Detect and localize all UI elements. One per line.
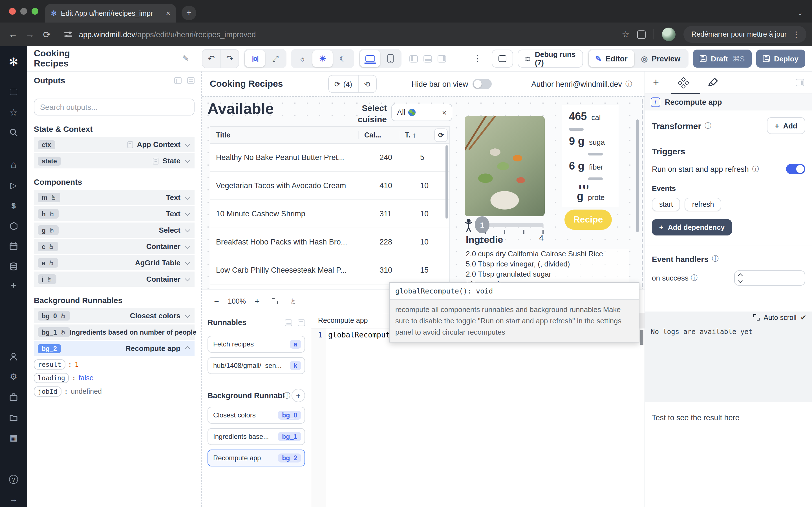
maximize-window-button[interactable]: [32, 8, 38, 15]
info-icon[interactable]: ⓘ: [705, 121, 711, 130]
redo-button[interactable]: ↷: [220, 50, 239, 68]
variables-icon[interactable]: $: [0, 197, 27, 214]
chevron-up-icon[interactable]: [185, 346, 190, 352]
dark-theme-icon[interactable]: ☾: [333, 50, 353, 67]
output-row-component[interactable]: c☞ Container: [34, 239, 195, 254]
profile-avatar[interactable]: [662, 27, 675, 41]
chevron-down-icon[interactable]: [185, 260, 190, 265]
search-icon[interactable]: [0, 124, 27, 141]
runnable-item[interactable]: hub/1408/gmail/_sen...k: [207, 357, 305, 374]
home-icon[interactable]: ⌂: [0, 157, 27, 173]
full-width-button[interactable]: ⤢: [265, 50, 286, 67]
info-icon[interactable]: ⓘ: [625, 79, 632, 89]
clear-select-icon[interactable]: ×: [442, 108, 447, 117]
extensions-icon[interactable]: [637, 30, 646, 39]
reload-button[interactable]: ⟳: [38, 29, 55, 40]
auto-theme-icon[interactable]: ☼: [292, 50, 313, 67]
tab-preview[interactable]: ◎Preview: [635, 50, 688, 67]
undo-button[interactable]: ↶: [202, 50, 220, 68]
slider-handle[interactable]: 1: [475, 216, 490, 233]
pan-tool-button[interactable]: ☞: [285, 293, 301, 309]
address-bar[interactable]: app.windmill.dev/apps/edit/u/henri/recip…: [79, 30, 256, 39]
editor-scrollbar[interactable]: [640, 330, 644, 345]
output-row-component[interactable]: m☞ Text: [34, 190, 195, 205]
output-row-ctx[interactable]: ctx App Context: [34, 137, 195, 152]
chevron-down-icon[interactable]: [185, 210, 190, 216]
output-row-state[interactable]: state State: [34, 153, 195, 168]
settings-tab-active[interactable]: [678, 71, 688, 94]
add-transformer-button[interactable]: +Add: [767, 117, 805, 134]
debug-runs-button[interactable]: Debug runs (7): [518, 50, 583, 68]
search-outputs-input[interactable]: Search outputs...: [34, 99, 195, 115]
browser-menu-icon[interactable]: ⋮: [792, 30, 801, 39]
chrome-update-button[interactable]: Redémarrer pour mettre à jour ⋮: [683, 26, 806, 43]
output-row-bg[interactable]: bg_1☞ Ingredients based on number of peo…: [34, 325, 195, 340]
doc-icon[interactable]: [187, 77, 195, 84]
resize-gutter[interactable]: [642, 99, 643, 287]
canvas-scrollbar[interactable]: [636, 119, 639, 232]
table-scrollbar[interactable]: [446, 145, 448, 219]
table-row[interactable]: Healthy No Bake Peanut Butter Pret...240…: [210, 144, 449, 172]
runs-icon[interactable]: ▷: [0, 177, 27, 194]
history-button[interactable]: ⟲: [358, 75, 376, 93]
tab-editor[interactable]: ✎Editor: [589, 50, 635, 67]
output-row-bg-selected[interactable]: bg_2 Recompute app: [34, 341, 195, 356]
expand-logs-icon[interactable]: [753, 314, 760, 321]
info-icon[interactable]: ⓘ: [712, 254, 719, 264]
zoom-out-button[interactable]: −: [209, 293, 224, 309]
insert-component-tab[interactable]: +: [653, 71, 659, 94]
centered-layout-button[interactable]: |o|: [245, 50, 265, 67]
table-row[interactable]: 10 Minute Cashew Shrimp31110: [210, 200, 449, 228]
output-row-component[interactable]: a☞ AgGrid Table: [34, 255, 195, 270]
browser-tab[interactable]: ✻ Edit App u/henri/recipes_impr ×: [45, 4, 176, 22]
folders-icon[interactable]: [0, 409, 27, 426]
mobile-view-icon[interactable]: [380, 50, 401, 67]
collapse-right-panel-icon[interactable]: [796, 79, 804, 86]
recipes-table[interactable]: Title Cal... T.↑ ⟳ Healthy No Bake Peanu…: [210, 126, 450, 289]
bg-runnable-item-selected[interactable]: Recompute appbg_2: [207, 450, 305, 466]
toggle-right-panel-icon[interactable]: [438, 55, 446, 62]
output-row-component[interactable]: i☞ Container: [34, 272, 195, 287]
favorites-star-icon[interactable]: ☆: [0, 104, 27, 121]
event-chip-refresh[interactable]: refresh: [685, 198, 721, 211]
event-chip-start[interactable]: start: [652, 198, 680, 211]
on-success-select[interactable]: [734, 270, 805, 286]
docs-icon[interactable]: [0, 83, 27, 100]
bg-runnable-item[interactable]: Ingredients base...bg_1: [207, 428, 305, 445]
auto-scroll-check-icon[interactable]: ✔: [801, 313, 806, 322]
collapse-panel-icon[interactable]: [174, 77, 182, 84]
available-text-component[interactable]: Available: [207, 100, 274, 118]
info-icon[interactable]: ⓘ: [691, 273, 698, 283]
workers-icon[interactable]: [0, 258, 27, 275]
new-tab-button[interactable]: +: [182, 6, 196, 20]
chevron-down-icon[interactable]: [185, 243, 190, 249]
more-options-icon[interactable]: ⋮: [473, 54, 482, 64]
forward-button[interactable]: →: [21, 29, 38, 40]
refresh-app-button[interactable]: ⟳(4): [329, 75, 358, 93]
docs-button[interactable]: [492, 50, 513, 68]
desktop-view-icon[interactable]: [360, 50, 380, 67]
bg-runnable-item[interactable]: Closest colorsbg_0: [207, 407, 305, 424]
site-settings-icon[interactable]: [64, 31, 72, 38]
workspace-icon[interactable]: [0, 389, 27, 406]
info-icon[interactable]: ⓘ: [752, 164, 759, 174]
bookmark-star-icon[interactable]: ☆: [622, 29, 629, 40]
table-row[interactable]: Vegetarian Tacos with Avocado Cream41010: [210, 172, 449, 200]
output-row-component[interactable]: h☞ Text: [34, 206, 195, 221]
close-tab-icon[interactable]: ×: [166, 9, 170, 17]
table-row[interactable]: Low Carb Philly Cheesesteak Meal P...310…: [210, 256, 449, 284]
select-cuisine-label[interactable]: Select cuisine: [332, 103, 387, 124]
add-bg-runnable-button[interactable]: +: [292, 389, 305, 402]
schedules-icon[interactable]: [0, 238, 27, 255]
chevron-down-icon[interactable]: [185, 276, 190, 281]
theme-tab[interactable]: [707, 71, 718, 94]
fit-view-button[interactable]: [267, 293, 283, 309]
sort-asc-icon[interactable]: ↑: [412, 131, 416, 139]
deploy-button[interactable]: Deploy: [756, 50, 805, 68]
doc-icon[interactable]: [298, 319, 305, 326]
collapse-panel-icon[interactable]: [285, 319, 292, 326]
editor-tab[interactable]: Recompute app: [311, 313, 397, 328]
close-window-button[interactable]: [9, 8, 16, 15]
table-refresh-button[interactable]: ⟳: [434, 128, 448, 142]
cuisine-select[interactable]: All ×: [391, 104, 452, 121]
